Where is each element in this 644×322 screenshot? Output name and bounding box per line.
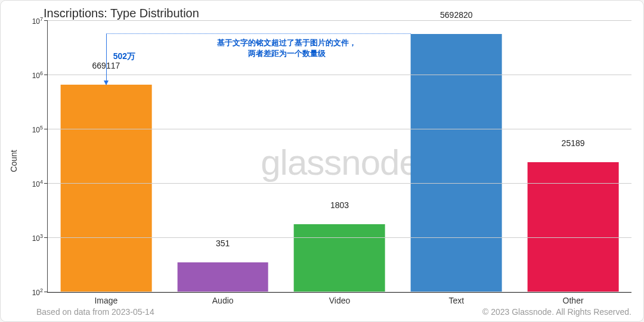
xtick-label: Video (329, 292, 351, 305)
bar-slot: 1803Video (281, 21, 398, 292)
plot-area: glassnode 669117Image351Audio1803Video56… (47, 21, 631, 293)
bar-image (61, 85, 152, 292)
bar-audio (177, 262, 268, 292)
grid-line (48, 129, 631, 129)
bar-other (528, 162, 619, 293)
bar-text (411, 34, 502, 292)
xtick-label: Audio (212, 292, 234, 305)
annotation-line (106, 33, 411, 34)
bar-slot: 351Audio (165, 21, 281, 292)
xtick-label: Image (94, 292, 117, 305)
bar-value-label: 25189 (562, 138, 585, 150)
ytick-label: 106 (32, 70, 48, 80)
footer-left: Based on data from 2023-05-14 (36, 307, 154, 317)
bar-video (294, 224, 385, 292)
bar-slot: 25189Other (515, 21, 631, 292)
bar-value-label: 351 (216, 239, 230, 250)
ytick-label: 104 (32, 179, 48, 188)
ytick-label: 107 (32, 16, 48, 26)
annotation-caption: 基于文字的铭文超过了基于图片的文件，两者差距为一个数量级 (217, 38, 357, 58)
annotation-arrow (106, 34, 107, 85)
chart-title: Inscriptions: Type Distribution (44, 7, 199, 20)
xtick-label: Text (448, 292, 464, 305)
chart-frame: Inscriptions: Type Distribution Count gl… (0, 0, 644, 322)
bar-value-label: 1803 (330, 200, 349, 212)
bar-slot: 5692820Text (398, 21, 515, 292)
grid-line (48, 20, 631, 21)
annotation-gap-label: 502万 (113, 51, 135, 62)
ytick-label: 103 (32, 233, 48, 243)
footer-right: © 2023 Glassnode. All Rights Reserved. (482, 307, 631, 317)
grid-line (48, 183, 631, 184)
grid-line (48, 75, 631, 75)
ytick-label: 102 (32, 287, 48, 297)
xtick-label: Other (563, 292, 584, 305)
ytick-label: 105 (32, 125, 48, 134)
grid-line (48, 237, 631, 238)
y-axis-label: Count (9, 150, 18, 172)
grid-line (48, 292, 631, 292)
